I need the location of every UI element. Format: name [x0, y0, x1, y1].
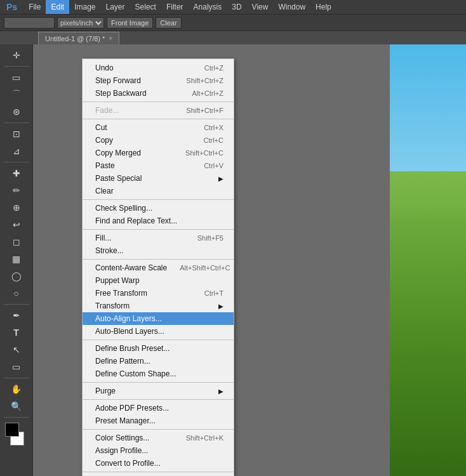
menu-item-undo-shortcut: Ctrl+Z	[204, 64, 223, 72]
menu-item-purge-label: Purge	[95, 387, 116, 395]
document-tab[interactable]: Untitled-1 @ (7/8) * ×	[38, 32, 119, 44]
menu-separator-4	[83, 229, 234, 230]
tool-healing[interactable]: ✚	[2, 165, 31, 182]
menu-view[interactable]: View	[247, 0, 274, 14]
menu-analysis[interactable]: Analysis	[189, 0, 227, 14]
menu-item-find-replace[interactable]: Find and Replace Text...	[83, 215, 234, 227]
toolbar-separator-5	[4, 378, 29, 378]
menu-item-paste-special-arrow: ▶	[218, 175, 223, 182]
menu-item-paste-special-label: Paste Special	[95, 174, 142, 183]
menu-item-define-pattern[interactable]: Define Pattern...	[83, 355, 234, 367]
menu-item-copy[interactable]: Copy Ctrl+C	[83, 134, 234, 147]
tool-dodge[interactable]: ○	[2, 285, 31, 301]
tool-clone-stamp[interactable]: ⊕	[2, 199, 31, 216]
menu-item-fill[interactable]: Fill... Shift+F5	[83, 232, 234, 244]
tool-gradient[interactable]: ▦	[2, 251, 31, 267]
edit-dropdown-menu: Undo Ctrl+Z Step Forward Shift+Ctrl+Z St…	[82, 58, 234, 476]
menu-item-check-spelling[interactable]: Check Spelling...	[83, 202, 234, 215]
tool-brush[interactable]: ✏	[2, 182, 31, 199]
tool-select-rect[interactable]: ▭	[2, 69, 31, 86]
menu-filter[interactable]: Filter	[161, 0, 189, 14]
menu-item-auto-blend-layers[interactable]: Auto-Blend Layers...	[83, 325, 234, 338]
foreground-color-box[interactable]	[5, 423, 19, 437]
menu-item-assign-profile[interactable]: Assign Profile...	[83, 444, 234, 457]
menu-item-convert-to-profile[interactable]: Convert to Profile...	[83, 457, 234, 470]
menu-item-step-forward-shortcut: Shift+Ctrl+Z	[186, 77, 223, 84]
menu-item-color-settings[interactable]: Color Settings... Shift+Ctrl+K	[83, 432, 234, 444]
tool-zoom[interactable]: 🔍	[2, 398, 31, 414]
tool-history-brush[interactable]: ↩	[2, 216, 31, 233]
menu-item-stroke[interactable]: Stroke...	[83, 244, 234, 257]
menu-image[interactable]: Image	[69, 0, 100, 14]
toolbar-separator-4	[4, 304, 29, 305]
menu-item-copy-label: Copy	[95, 136, 113, 145]
menu-item-fade[interactable]: Fade... Shift+Ctrl+F	[83, 104, 234, 117]
tab-title: Untitled-1 @ (7/8) *	[45, 35, 105, 43]
toolbar-separator-3	[4, 162, 29, 162]
menu-separator-9	[83, 429, 234, 430]
tool-lasso[interactable]: ⌒	[2, 86, 31, 103]
toolbar: ✛ ▭ ⌒ ⊛ ⊡ ⊿ ✚ ✏ ⊕ ↩ ◻ ▦ ◯ ○ ✒ T ↖ ▭ ✋ 🔍	[0, 44, 33, 476]
menu-item-copy-merged[interactable]: Copy Merged Shift+Ctrl+C	[83, 147, 234, 159]
menu-item-color-settings-label: Color Settings...	[95, 433, 149, 442]
options-input[interactable]	[4, 17, 55, 29]
tool-path-select[interactable]: ↖	[2, 341, 31, 358]
menu-separator-6	[83, 340, 234, 340]
tool-hand[interactable]: ✋	[2, 381, 31, 397]
menu-item-paste-special[interactable]: Paste Special ▶	[83, 172, 234, 185]
menu-item-fade-shortcut: Shift+Ctrl+F	[186, 107, 223, 114]
toolbar-separator-6	[4, 417, 29, 418]
menu-item-assign-profile-label: Assign Profile...	[95, 446, 148, 455]
tool-move[interactable]: ✛	[2, 47, 31, 63]
menu-select[interactable]: Select	[130, 0, 161, 14]
tool-pen[interactable]: ✒	[2, 307, 31, 324]
menu-item-define-brush-preset[interactable]: Define Brush Preset...	[83, 342, 234, 355]
menu-help[interactable]: Help	[310, 0, 336, 14]
menu-item-step-forward-label: Step Forward	[95, 76, 141, 85]
menu-item-purge[interactable]: Purge ▶	[83, 385, 234, 397]
menu-item-content-aware-scale[interactable]: Content-Aware Scale Alt+Shift+Ctrl+C	[83, 261, 234, 274]
menu-separator-10	[83, 472, 234, 472]
menu-item-step-forward[interactable]: Step Forward Shift+Ctrl+Z	[83, 74, 234, 87]
tool-crop[interactable]: ⊡	[2, 126, 31, 142]
menu-item-preset-manager[interactable]: Preset Manager...	[83, 414, 234, 427]
tool-quick-select[interactable]: ⊛	[2, 103, 31, 120]
menu-file[interactable]: File	[23, 0, 46, 14]
menu-item-define-custom-shape[interactable]: Define Custom Shape...	[83, 367, 234, 380]
tool-blur[interactable]: ◯	[2, 268, 31, 284]
menu-3d[interactable]: 3D	[227, 0, 246, 14]
menu-separator-2	[83, 119, 234, 119]
menu-item-convert-to-profile-label: Convert to Profile...	[95, 459, 161, 468]
menu-item-copy-merged-shortcut: Shift+Ctrl+C	[185, 149, 223, 157]
menu-item-clear[interactable]: Clear	[83, 185, 234, 197]
tab-close-icon[interactable]: ×	[109, 35, 112, 42]
menu-item-transform[interactable]: Transform ▶	[83, 300, 234, 312]
tool-eyedropper[interactable]: ⊿	[2, 143, 31, 159]
clear-button[interactable]: Clear	[156, 17, 181, 29]
menu-item-cut[interactable]: Cut Ctrl+X	[83, 121, 234, 134]
menu-item-transform-label: Transform	[95, 301, 130, 310]
menu-item-puppet-warp-label: Puppet Warp	[95, 276, 140, 285]
menu-item-free-transform[interactable]: Free Transform Ctrl+T	[83, 287, 234, 300]
menu-item-puppet-warp[interactable]: Puppet Warp	[83, 274, 234, 287]
menu-item-auto-align-layers[interactable]: Auto-Align Layers...	[83, 312, 234, 325]
menu-item-copy-shortcut: Ctrl+C	[204, 136, 223, 144]
unit-select[interactable]: pixels/inch	[57, 17, 104, 29]
menu-item-preset-manager-label: Preset Manager...	[95, 416, 156, 425]
menu-item-define-custom-shape-label: Define Custom Shape...	[95, 369, 176, 378]
color-boxes	[5, 423, 28, 446]
menu-window[interactable]: Window	[273, 0, 310, 14]
canvas-area: Undo Ctrl+Z Step Forward Shift+Ctrl+Z St…	[33, 44, 466, 476]
tool-shape[interactable]: ▭	[2, 359, 31, 375]
menu-layer[interactable]: Layer	[101, 0, 130, 14]
menu-item-adobe-pdf-presets[interactable]: Adobe PDF Presets...	[83, 402, 234, 414]
front-image-button[interactable]: Front Image	[107, 17, 153, 29]
tool-eraser[interactable]: ◻	[2, 234, 31, 250]
menu-separator-3	[83, 199, 234, 200]
tool-type[interactable]: T	[2, 324, 31, 341]
menu-edit[interactable]: Edit	[46, 0, 69, 14]
menu-item-step-backward[interactable]: Step Backward Alt+Ctrl+Z	[83, 87, 234, 100]
menu-separator-8	[83, 399, 234, 400]
menu-item-paste[interactable]: Paste Ctrl+V	[83, 159, 234, 172]
menu-item-undo[interactable]: Undo Ctrl+Z	[83, 62, 234, 74]
